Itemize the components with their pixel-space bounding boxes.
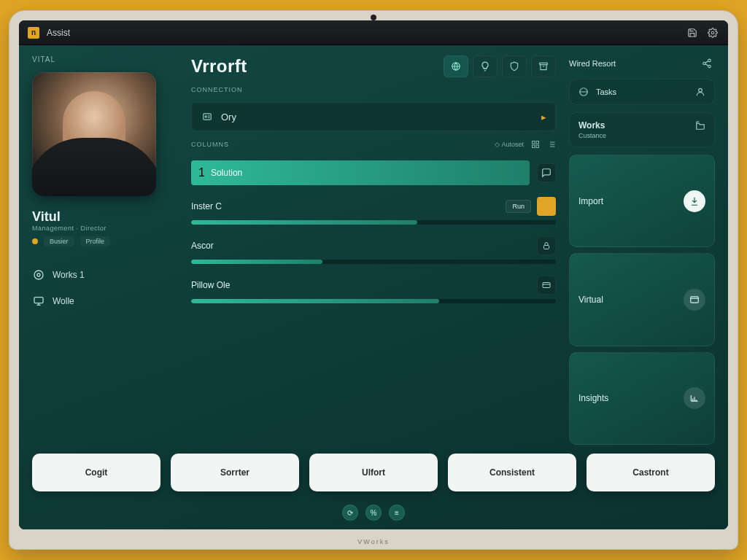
avatar[interactable]: [32, 72, 156, 196]
chevron-right-icon: ▸: [541, 112, 546, 122]
subtitle: Connection: [191, 86, 556, 93]
settings-icon[interactable]: [706, 26, 719, 39]
status-pill-b[interactable]: Profile: [80, 236, 111, 246]
svg-point-14: [708, 59, 711, 62]
dropdown-field[interactable]: Ory ▸: [191, 102, 556, 131]
lock-icon: [537, 236, 556, 255]
title-bar: n Assist: [19, 20, 728, 45]
item-label: Pillow Ole: [191, 280, 230, 290]
btn-cogit[interactable]: Cogit: [32, 454, 160, 491]
run-button[interactable]: Run: [506, 200, 531, 213]
left-column: Vital Vitul Management · Director Busier…: [32, 55, 178, 445]
side-nav: Works 1 Wolle: [32, 268, 178, 308]
panel-sub: Custance: [578, 132, 606, 139]
globe-icon: [578, 87, 589, 97]
right-column: Wired Resort Tasks Wor: [569, 55, 715, 445]
laptop-brand: VWorks: [357, 538, 389, 545]
gear-icon: [32, 268, 45, 281]
svg-rect-8: [533, 141, 535, 144]
tile-label: Import: [578, 196, 603, 206]
svg-point-18: [699, 88, 703, 92]
list-item[interactable]: Ascor: [191, 236, 556, 264]
page-title: Vrrorft: [191, 56, 247, 77]
bottom-button-row: Cogit Sorrter Ulfort Consistent Castront: [32, 454, 715, 491]
status-pill-a[interactable]: Busier: [44, 236, 74, 246]
side-nav-works[interactable]: Works 1: [32, 268, 178, 281]
meta-autoset: ◇ Autoset: [495, 141, 524, 148]
save-icon[interactable]: [686, 26, 699, 39]
tile-list: Import Virtual Insights: [569, 155, 715, 445]
btn-consistent[interactable]: Consistent: [448, 454, 576, 491]
right-header: Wired Resort: [569, 55, 715, 71]
right-panel-header: Works Custance: [569, 112, 715, 147]
grid-icon[interactable]: [531, 140, 540, 149]
item-label: Solution: [211, 168, 242, 178]
share-icon[interactable]: [699, 55, 715, 71]
screen: n Assist Vital Vitul Management · Direct…: [19, 20, 728, 529]
tile-label: Insights: [578, 393, 608, 403]
footer-dot-percent[interactable]: %: [365, 505, 382, 521]
tile-label: Virtual: [578, 295, 603, 305]
right-card[interactable]: Tasks: [569, 79, 715, 105]
app-badge: n: [28, 27, 39, 39]
chart-icon: [684, 387, 705, 409]
svg-rect-5: [540, 63, 548, 64]
dropdown-label: Ory: [221, 112, 236, 122]
side-nav-wolle[interactable]: Wolle: [32, 295, 178, 308]
footer-dot-menu[interactable]: ≡: [389, 505, 405, 521]
folder-icon[interactable]: [695, 120, 705, 131]
svg-point-15: [703, 62, 706, 65]
svg-rect-10: [533, 145, 535, 148]
tool-bulb[interactable]: [473, 55, 498, 77]
side-nav-label: Wolle: [53, 296, 74, 306]
svg-rect-12: [544, 246, 549, 249]
svg-rect-3: [34, 298, 43, 303]
right-card-label: Tasks: [596, 88, 616, 96]
tile-import[interactable]: Import: [569, 155, 715, 247]
laptop-frame: n Assist Vital Vitul Management · Direct…: [9, 10, 738, 550]
list-item[interactable]: Inster C Run: [191, 197, 556, 225]
webcam-dot: [371, 15, 376, 20]
card-icon: [537, 276, 556, 295]
download-icon: [684, 190, 705, 212]
accent-button[interactable]: [537, 197, 556, 216]
footer-dots: ⟳ % ≡: [32, 500, 715, 522]
user-subtitle: Management · Director: [32, 225, 178, 232]
tile-virtual[interactable]: Virtual: [569, 253, 715, 346]
center-column: Vrrorft: [191, 55, 556, 445]
status-dot-icon: [32, 238, 38, 244]
list-item[interactable]: 1 Solution: [191, 160, 556, 185]
svg-rect-11: [536, 145, 539, 148]
svg-rect-9: [536, 141, 539, 144]
btn-ulfort[interactable]: Ulfort: [309, 454, 438, 491]
svg-point-7: [205, 116, 206, 117]
svg-point-1: [37, 273, 40, 276]
item-index: 1: [198, 166, 205, 179]
tool-shield[interactable]: [502, 55, 527, 77]
btn-castront[interactable]: Castront: [587, 454, 715, 491]
surface: Vital Vitul Management · Director Busier…: [19, 45, 728, 529]
monitor-icon: [32, 295, 45, 308]
item-label: Ascor: [191, 241, 214, 251]
list-item[interactable]: Pillow Ole: [191, 276, 556, 303]
columns-label: Columns: [191, 141, 229, 148]
window-icon: [684, 289, 705, 311]
chat-icon[interactable]: [537, 163, 556, 182]
tile-insights[interactable]: Insights: [569, 352, 715, 445]
left-tag: Vital: [32, 55, 178, 63]
svg-point-16: [708, 65, 711, 68]
user-name: Vitul: [32, 209, 178, 225]
svg-rect-19: [691, 297, 699, 303]
tool-globe[interactable]: [444, 55, 468, 77]
panel-title: Works: [578, 120, 605, 131]
btn-sorrter[interactable]: Sorrter: [171, 454, 299, 491]
user-icon: [695, 87, 705, 97]
footer-dot-refresh[interactable]: ⟳: [342, 505, 358, 521]
tool-archive[interactable]: [531, 55, 556, 77]
id-icon: [201, 110, 214, 123]
svg-point-2: [34, 271, 43, 279]
svg-point-0: [711, 31, 714, 34]
right-title: Wired Resort: [569, 59, 616, 68]
list-icon[interactable]: [547, 140, 556, 149]
window-title: Assist: [47, 28, 70, 38]
